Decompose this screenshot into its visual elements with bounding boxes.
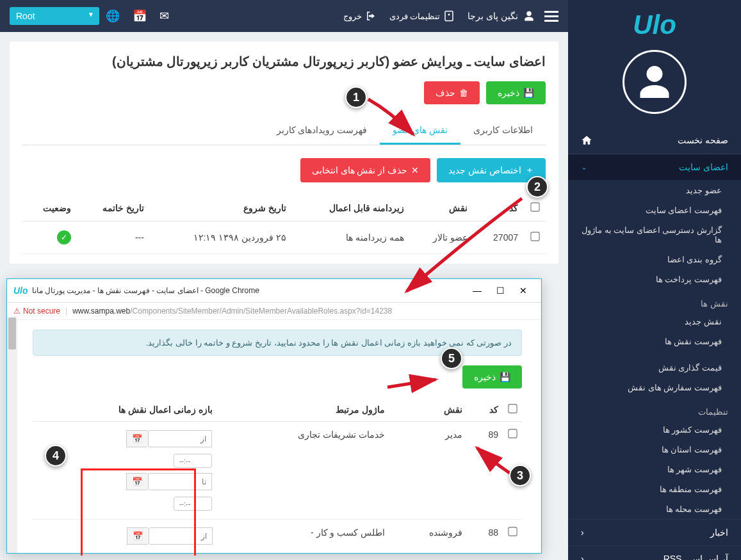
nav-rss[interactable]: آر اس اس ـ RSS ‹ [568,545,741,560]
url-host: www.sampa.web [72,307,130,316]
step-badge-5: 5 [441,348,462,369]
remove-roles-button[interactable]: ✕ حذف از نقش های انتخابی [300,158,431,182]
calendar-icon[interactable]: 📅 [133,9,147,23]
to-date-picker[interactable]: 📅 [126,473,148,490]
nav-sub-role-orders[interactable]: فهرست سفارش های نقش [568,378,741,397]
popup-save-button[interactable]: 💾 ذخیره [462,365,522,388]
save-button[interactable]: 💾 ذخیره [486,81,546,104]
maximize-button[interactable]: ☐ [489,283,512,298]
tab-member-roles[interactable]: نقش های عضو [380,117,460,145]
select-all-checkbox[interactable] [530,202,539,211]
table-row[interactable]: 27007 عضو تالار همه زیردامنه ها ۲۵ فرورد… [22,221,546,254]
chevron-down-icon: ⌄ [581,163,587,172]
col-code: کد [474,195,525,221]
nav-sub-role-list[interactable]: فهرست نقش ها [568,332,741,351]
close-button[interactable]: ✕ [512,283,535,298]
avatar-icon [635,63,674,101]
tab-user-info[interactable]: اطلاعات کاربری [460,117,546,145]
avatar [623,50,687,114]
not-secure-badge: ⚠ Not secure [13,307,60,316]
nav-sub-new-member[interactable]: عضو جدید [568,180,741,200]
save-icon: 💾 [523,88,534,98]
from-date-input[interactable] [148,430,212,447]
col-start: تاریخ شروع [151,195,293,221]
topbar-settings[interactable]: تنظیمات فردی [389,10,455,22]
popup-row-checkbox[interactable] [508,527,517,536]
tabs: اطلاعات کاربری نقش های عضو فهرست رویداده… [22,117,546,145]
popup-select-all[interactable] [508,404,517,413]
from-date-picker[interactable]: 📅 [127,527,149,545]
nav-rss-label: آر اس اس ـ RSS [664,554,728,560]
topbar: نگین پای برجا تنظیمات فردی خروج ✉ 📅 🌐 Ro… [0,0,568,32]
globe-icon[interactable]: 🌐 [106,9,120,23]
from-date-input[interactable] [149,527,213,545]
step-badge-3: 3 [509,465,531,486]
popup-row[interactable]: 88 فروشنده اطلس کسب و کار - 📅 [33,520,522,556]
popup-cell-role: فروشنده [390,520,468,556]
nav-sub-countries[interactable]: فهرست کشور ها [568,420,741,440]
cell-subdomain: همه زیردامنه ها [293,221,411,254]
nav-sub-cities[interactable]: فهرست شهر ها [568,460,741,479]
plus-icon: ＋ [525,164,534,176]
from-time-input[interactable] [174,454,212,468]
popup-window: Ulo اعضای سایت - فهرست نقش ها - مدیریت پ… [6,278,542,554]
from-date-picker[interactable]: 📅 [126,430,148,447]
popup-col-role: نقش [390,398,468,422]
nav-sub-provinces[interactable]: فهرست استان ها [568,440,741,460]
nav-home-label: صفحه نخست [678,135,728,145]
tab-user-events[interactable]: فهرست رویدادهای کاربر [264,117,380,145]
to-date-input[interactable] [148,473,212,490]
popup-col-module: ماژول مرتبط [218,398,391,422]
logout-label: خروج [343,12,362,21]
col-end: تاریخ خاتمه [77,195,151,221]
date-range-inputs: 📅 📅 [38,429,213,511]
popup-row[interactable]: 89 مدیر خدمات تشریفات تجاری 📅 [33,422,522,520]
nav-news[interactable]: اخبار ‹ [568,519,741,545]
nav-home[interactable]: صفحه نخست [568,127,741,154]
popup-row-checkbox[interactable] [508,429,517,438]
chevron-left-icon: ‹ [581,554,584,560]
nav-sub-member-list[interactable]: فهرست اعضای سایت [568,200,741,220]
row-checkbox[interactable] [530,232,539,241]
svg-rect-0 [445,12,453,21]
cell-status: ✓ [22,221,77,254]
nav-sub-access-report[interactable]: گزارش دسترسی اعضای سایت به ماژول ها [568,220,741,250]
url-text: www.sampa.web/Components/SiteMember/Admi… [72,307,392,316]
mail-icon[interactable]: ✉ [159,9,169,23]
nav-members[interactable]: اعضای سایت ⌄ [568,154,741,180]
topbar-logout[interactable]: خروج [343,10,377,22]
home-icon [581,134,592,146]
user-name: نگین پای برجا [468,11,518,21]
col-role: نقش [411,195,474,221]
logout-icon [365,10,377,22]
nav-sub-payments[interactable]: فهرست پرداخت ها [568,269,741,289]
root-value: Root [16,11,35,21]
minimize-button[interactable]: — [466,283,489,298]
popup-titlebar: Ulo اعضای سایت - فهرست نقش ها - مدیریت پ… [7,279,541,303]
user-icon [523,10,535,22]
nav-sub-role-pricing[interactable]: قیمت گذاری نقش [568,358,741,378]
nav-sub-neighborhoods[interactable]: فهرست محله ها [568,499,741,519]
cell-start: ۲۵ فروردین ۱۳۹۸ ۱۲:۱۹ [151,221,293,254]
save-label: ذخیره [498,88,519,98]
to-time-input[interactable] [174,497,212,511]
step-badge-4: 4 [45,445,67,467]
close-icon: ✕ [411,165,419,175]
delete-button[interactable]: 🗑 حذف [424,81,480,104]
topbar-user[interactable]: نگین پای برجا [468,10,535,22]
menu-toggle[interactable] [544,8,558,24]
nav-section-settings: تنظیمات [568,397,741,420]
popup-cell-code: 89 [468,422,503,520]
popup-roles-table: کد نقش ماژول مرتبط بازه زمانی اعمال نقش … [33,398,522,556]
popup-cell-code: 88 [468,520,503,556]
nav-sub-new-role[interactable]: نقش جدید [568,312,741,332]
root-dropdown[interactable]: Root [10,7,99,25]
popup-cell-module: خدمات تشریفات تجاری [218,422,391,520]
delete-label: حذف [436,88,455,98]
nav-sub-regions[interactable]: فهرست منطقه ها [568,479,741,499]
window-controls: — ☐ ✕ [466,283,535,298]
sidebar: Ulo صفحه نخست اعضای سایت ⌄ عضو جدید فهرس… [568,0,741,560]
svg-point-1 [448,13,450,15]
cell-role: عضو تالار [411,221,474,254]
nav-sub-member-groups[interactable]: گروه بندی اعضا [568,250,741,269]
